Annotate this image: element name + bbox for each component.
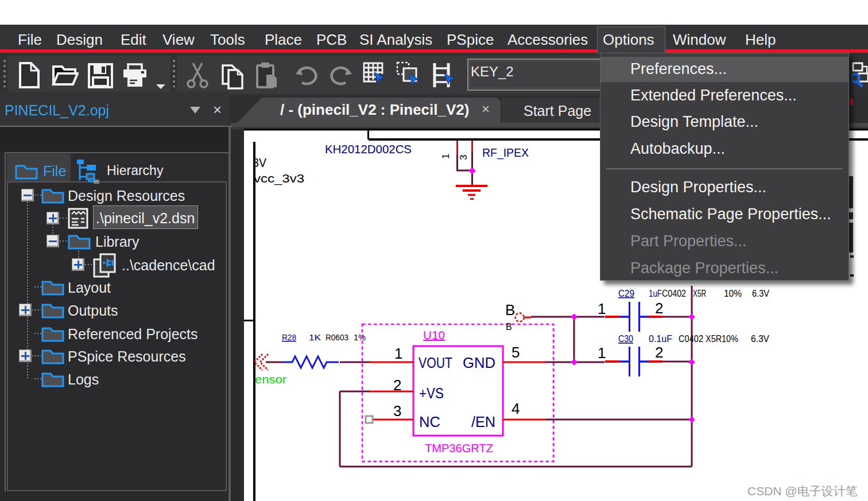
svg-text:5: 5 bbox=[512, 344, 520, 361]
svg-text:3: 3 bbox=[458, 155, 469, 160]
svg-text:C29: C29 bbox=[618, 289, 634, 298]
svg-text:VOUT: VOUT bbox=[418, 355, 452, 371]
svg-text:1uF: 1uF bbox=[649, 289, 662, 298]
svg-text:1K: 1K bbox=[309, 333, 321, 342]
svg-text:1: 1 bbox=[394, 345, 402, 362]
svg-text:R0603: R0603 bbox=[326, 333, 348, 342]
svg-text:6.3V: 6.3V bbox=[751, 334, 769, 344]
svg-text:/EN: /EN bbox=[471, 414, 495, 430]
svg-text:1%: 1% bbox=[354, 333, 366, 342]
svg-text:1: 1 bbox=[440, 154, 451, 159]
svg-text:C0402: C0402 bbox=[662, 289, 686, 298]
svg-text:2: 2 bbox=[655, 344, 663, 361]
svg-text:C0402: C0402 bbox=[679, 334, 703, 344]
svg-text:0.1uF: 0.1uF bbox=[649, 334, 672, 344]
svg-text:10%: 10% bbox=[724, 289, 742, 298]
svg-text:NC: NC bbox=[419, 414, 440, 430]
svg-text:C30: C30 bbox=[618, 334, 633, 344]
svg-text:B: B bbox=[506, 322, 512, 332]
svg-text:1: 1 bbox=[598, 300, 606, 317]
svg-text:4: 4 bbox=[512, 400, 520, 417]
svg-text:2: 2 bbox=[655, 300, 663, 317]
svg-text:RF_IPEX: RF_IPEX bbox=[482, 146, 529, 160]
svg-text:U10: U10 bbox=[423, 329, 445, 341]
svg-text:6.3V: 6.3V bbox=[752, 289, 769, 298]
svg-text:X5R: X5R bbox=[693, 289, 706, 298]
svg-text:KH2012D002CS: KH2012D002CS bbox=[325, 143, 412, 156]
svg-text:X5R10%: X5R10% bbox=[706, 334, 738, 344]
svg-text:+VS: +VS bbox=[419, 385, 444, 401]
svg-text:B: B bbox=[505, 301, 515, 319]
svg-text:ensor: ensor bbox=[255, 372, 286, 386]
svg-text:2: 2 bbox=[393, 376, 401, 394]
svg-text:1: 1 bbox=[598, 344, 606, 362]
svg-text:3V: 3V bbox=[253, 156, 266, 170]
svg-text:GND: GND bbox=[463, 355, 495, 371]
svg-text:TMP36GRTZ: TMP36GRTZ bbox=[425, 442, 493, 455]
svg-text:vcc_3v3: vcc_3v3 bbox=[254, 172, 304, 185]
svg-text:3: 3 bbox=[393, 402, 401, 420]
svg-text:R28: R28 bbox=[282, 333, 296, 342]
